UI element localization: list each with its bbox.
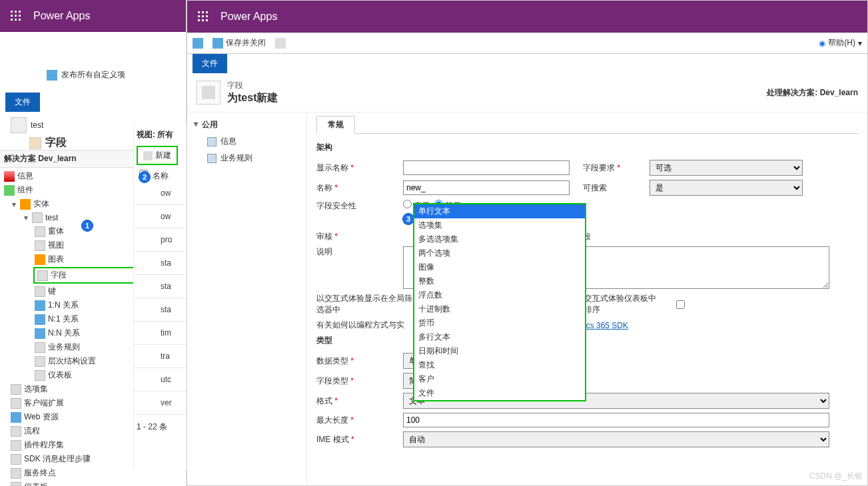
section-schema: 架构 <box>316 142 858 153</box>
caret-icon: ▾ <box>11 200 17 209</box>
list-item[interactable]: sta <box>134 298 187 322</box>
waffle-icon[interactable] <box>4 4 28 28</box>
save-close-icon <box>213 38 223 49</box>
name-label: 名称 <box>316 182 403 194</box>
svg-rect-15 <box>198 19 200 21</box>
help-icon: ◉ <box>819 39 825 48</box>
solution-info: 处理解决方案: Dev_learn <box>767 87 858 99</box>
dropdown-option[interactable]: 多选选项集 <box>414 232 585 246</box>
dropdown-option[interactable]: 单行文本 <box>414 204 585 218</box>
enable-radio[interactable] <box>403 200 412 208</box>
save-button[interactable] <box>193 38 203 49</box>
publish-row[interactable]: 发布所有自定义项 <box>0 64 186 86</box>
searchable-label: 可搜索 <box>583 182 643 194</box>
dropdown-option[interactable]: 浮点数 <box>414 288 585 302</box>
nav-info[interactable]: 信息 <box>193 133 301 150</box>
left-brand: Power Apps <box>33 10 90 22</box>
new-icon <box>143 151 153 160</box>
entity-icon <box>20 199 31 210</box>
publish-icon <box>47 70 57 81</box>
header-icon <box>197 81 220 105</box>
sub-file-row: 文件 <box>187 54 867 73</box>
view-label: 视图: <box>137 130 155 139</box>
plugin-icon <box>11 440 21 451</box>
save-close-button[interactable]: 保存并关闭 <box>213 37 266 49</box>
properties-button[interactable] <box>275 38 286 49</box>
dropdown-option[interactable]: 选项集 <box>414 218 585 232</box>
field-icon <box>29 137 41 149</box>
dropdown-option[interactable]: 货币 <box>414 316 585 330</box>
list-item[interactable]: pro <box>134 228 187 252</box>
side-nav: ▾公用 信息 业务规则 <box>187 113 307 485</box>
section-field-label: 字段 <box>45 136 67 150</box>
tree-dashboards2[interactable]: 仪表板 <box>0 480 186 486</box>
ime-label: IME 模式 <box>316 434 403 445</box>
field-req-label: 字段要求 <box>583 162 643 174</box>
name-input[interactable] <box>403 180 570 195</box>
gear-icon <box>202 86 215 99</box>
help-link[interactable]: ◉帮助(H) ▾ <box>819 37 862 49</box>
list-item[interactable]: ow <box>134 205 187 228</box>
info-icon <box>4 171 15 182</box>
nav-group[interactable]: ▾公用 <box>193 117 301 133</box>
field-req-select[interactable]: 可选 <box>650 160 803 176</box>
new-button[interactable]: 新建 <box>137 146 178 165</box>
save-icon <box>193 38 203 49</box>
file-tab-row: 文件 <box>0 93 186 112</box>
rel-icon <box>35 300 45 311</box>
display-name-input[interactable] <box>403 160 570 175</box>
dropdown-option[interactable]: 十进制数 <box>414 302 585 316</box>
ribbon: 保存并关闭 ◉帮助(H) ▾ <box>187 33 867 54</box>
svg-rect-3 <box>11 15 13 17</box>
svg-rect-10 <box>202 11 204 13</box>
searchable-select[interactable]: 是 <box>650 180 803 196</box>
rules-icon <box>207 154 217 163</box>
callout-badge-2: 2 <box>139 171 151 183</box>
dropdown-option[interactable]: 查找 <box>414 358 585 372</box>
dropdown-option[interactable]: 整数 <box>414 274 585 288</box>
globe-icon <box>11 412 21 423</box>
paging-label: 1 - 22 条 <box>134 415 187 439</box>
dropdown-option[interactable]: 图像 <box>414 260 585 274</box>
dropdown-option[interactable]: 文件 <box>414 386 585 400</box>
waffle-icon[interactable] <box>191 5 215 29</box>
field-type-label: 字段类型 <box>316 375 403 387</box>
info-icon <box>207 137 217 146</box>
tab-general[interactable]: 常规 <box>316 116 355 134</box>
dropdown-option[interactable]: 日期和时间 <box>414 344 585 358</box>
list-item[interactable]: ver <box>134 391 187 415</box>
dashboard-icon <box>35 370 45 381</box>
watermark: CSDN @_长银 <box>809 471 863 482</box>
maxlen-label: 最大长度 <box>316 415 403 426</box>
list-item[interactable]: tim <box>134 322 187 345</box>
file-tab[interactable]: 文件 <box>5 93 40 112</box>
list-item[interactable]: sta <box>134 252 187 275</box>
dropdown-option[interactable]: 客户 <box>414 372 585 386</box>
dropdown-option[interactable]: 多行文本 <box>414 330 585 344</box>
components-icon <box>4 185 15 196</box>
sortable-checkbox[interactable] <box>676 300 685 309</box>
list-item[interactable]: sta <box>134 275 187 298</box>
ime-select[interactable]: 自动 <box>403 431 829 447</box>
svg-rect-12 <box>198 15 200 17</box>
col-name: 名称 <box>153 171 169 180</box>
list-item[interactable]: utc <box>134 368 187 391</box>
dropdown-option[interactable]: 两个选项 <box>414 246 585 260</box>
svg-rect-14 <box>206 15 208 17</box>
dashboard-icon <box>11 482 21 487</box>
file-tab-right[interactable]: 文件 <box>193 54 227 73</box>
data-type-dropdown[interactable]: 单行文本选项集多选选项集两个选项图像整数浮点数十进制数货币多行文本日期和时间查找… <box>413 203 586 401</box>
list-item[interactable]: tra <box>134 345 187 368</box>
format-label: 格式 <box>316 395 403 407</box>
list-item[interactable]: ow <box>134 182 187 205</box>
display-name-label: 显示名称 <box>316 162 403 174</box>
rel-icon <box>35 328 45 339</box>
svg-rect-0 <box>11 11 13 13</box>
maxlen-input[interactable] <box>403 413 829 427</box>
left-topbar: Power Apps <box>0 0 186 32</box>
nav-rules[interactable]: 业务规则 <box>193 150 301 166</box>
svg-rect-8 <box>19 19 21 21</box>
svg-rect-17 <box>206 19 208 21</box>
page-title: 为test新建 <box>227 91 278 105</box>
sdk-note: 有关如何以编程方式与实 <box>316 320 404 331</box>
